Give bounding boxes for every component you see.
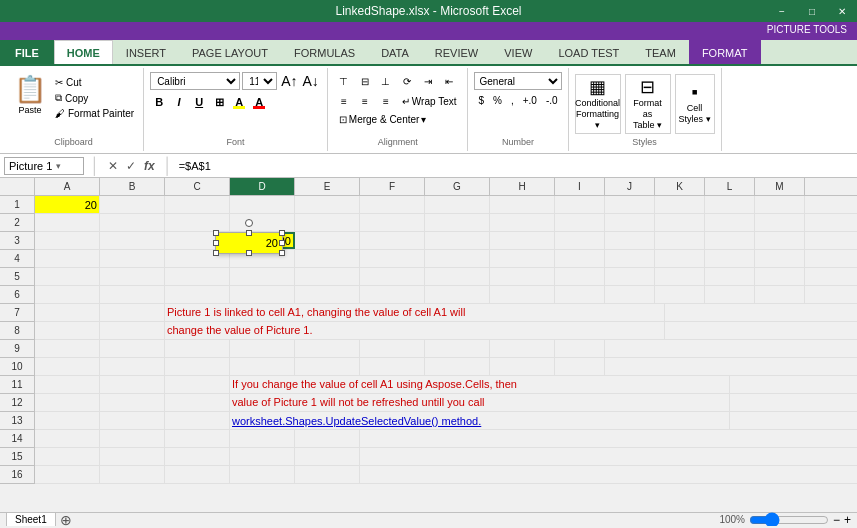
linked-shape[interactable]: 20	[215, 232, 283, 254]
cell-e2[interactable]	[295, 214, 360, 231]
cell-g10[interactable]	[425, 358, 490, 375]
row-num-7[interactable]: 7	[0, 304, 35, 322]
tab-file[interactable]: FILE	[0, 40, 54, 64]
cell-d5[interactable]	[230, 268, 295, 285]
cell-a5[interactable]	[35, 268, 100, 285]
cell-a13[interactable]	[35, 412, 100, 429]
cell-d14[interactable]	[230, 430, 295, 447]
cell-a15[interactable]	[35, 448, 100, 465]
cell-f9[interactable]	[360, 340, 425, 357]
row-num-8[interactable]: 8	[0, 322, 35, 340]
mid-align-button[interactable]: ⊟	[355, 72, 375, 90]
cell-g3[interactable]	[425, 232, 490, 249]
merge-center-button[interactable]: ⊡ Merge & Center ▾	[334, 112, 462, 127]
cell-j2[interactable]	[605, 214, 655, 231]
cell-b1[interactable]	[100, 196, 165, 213]
cell-i6[interactable]	[555, 286, 605, 303]
cell-f5[interactable]	[360, 268, 425, 285]
cell-a8[interactable]	[35, 322, 100, 339]
cell-e3[interactable]	[295, 232, 360, 249]
row-num-12[interactable]: 12	[0, 394, 35, 412]
cell-a1[interactable]: 20	[35, 196, 100, 213]
cancel-icon[interactable]: ✕	[106, 159, 120, 173]
cell-m2[interactable]	[755, 214, 805, 231]
cell-k3[interactable]	[655, 232, 705, 249]
cell-a7[interactable]	[35, 304, 100, 321]
cell-e5[interactable]	[295, 268, 360, 285]
cell-k4[interactable]	[655, 250, 705, 267]
decrease-font-icon[interactable]: A↓	[300, 73, 320, 89]
cell-j6[interactable]	[605, 286, 655, 303]
cell-b16[interactable]	[100, 466, 165, 483]
align-right-button[interactable]: ≡	[376, 92, 396, 110]
maximize-btn[interactable]: □	[797, 0, 827, 22]
tab-formulas[interactable]: FORMULAS	[281, 40, 368, 64]
cell-b7[interactable]	[100, 304, 165, 321]
cell-e10[interactable]	[295, 358, 360, 375]
cell-a3[interactable]	[35, 232, 100, 249]
cell-e1[interactable]	[295, 196, 360, 213]
cell-e14[interactable]	[295, 430, 360, 447]
tab-page-layout[interactable]: PAGE LAYOUT	[179, 40, 281, 64]
cell-c12[interactable]	[165, 394, 230, 411]
cell-a12[interactable]	[35, 394, 100, 411]
cell-h2[interactable]	[490, 214, 555, 231]
cell-c13[interactable]	[165, 412, 230, 429]
format-painter-button[interactable]: 🖌 Format Painter	[52, 107, 137, 120]
row-num-6[interactable]: 6	[0, 286, 35, 304]
cell-k2[interactable]	[655, 214, 705, 231]
cell-a2[interactable]	[35, 214, 100, 231]
tab-insert[interactable]: INSERT	[113, 40, 179, 64]
cell-i1[interactable]	[555, 196, 605, 213]
cell-d15[interactable]	[230, 448, 295, 465]
row-num-16[interactable]: 16	[0, 466, 35, 484]
annotation-row13-link[interactable]: worksheet.Shapes.UpdateSelectedValue() m…	[232, 415, 481, 427]
comma-button[interactable]: ,	[507, 93, 518, 108]
row-num-9[interactable]: 9	[0, 340, 35, 358]
col-header-k[interactable]: K	[655, 178, 705, 195]
cell-a11[interactable]	[35, 376, 100, 393]
cell-d10[interactable]	[230, 358, 295, 375]
cell-i2[interactable]	[555, 214, 605, 231]
cell-h6[interactable]	[490, 286, 555, 303]
col-header-g[interactable]: G	[425, 178, 490, 195]
dec-increase-button[interactable]: +.0	[519, 93, 541, 108]
cell-a16[interactable]	[35, 466, 100, 483]
cell-d12[interactable]: value of Picture 1 will not be refreshed…	[230, 394, 730, 411]
cell-e4[interactable]	[295, 250, 360, 267]
cell-a14[interactable]	[35, 430, 100, 447]
cell-k6[interactable]	[655, 286, 705, 303]
cell-a10[interactable]	[35, 358, 100, 375]
paste-button[interactable]: 📋 Paste	[10, 72, 50, 117]
cell-k5[interactable]	[655, 268, 705, 285]
cell-e9[interactable]	[295, 340, 360, 357]
cell-c5[interactable]	[165, 268, 230, 285]
cell-a6[interactable]	[35, 286, 100, 303]
cell-i3[interactable]	[555, 232, 605, 249]
sheet-tab[interactable]: Sheet1	[6, 512, 56, 526]
cell-j1[interactable]	[605, 196, 655, 213]
cell-h5[interactable]	[490, 268, 555, 285]
cell-h9[interactable]	[490, 340, 555, 357]
cell-b4[interactable]	[100, 250, 165, 267]
cell-l2[interactable]	[705, 214, 755, 231]
align-center-button[interactable]: ≡	[355, 92, 375, 110]
cell-h3[interactable]	[490, 232, 555, 249]
cell-b8[interactable]	[100, 322, 165, 339]
cell-h10[interactable]	[490, 358, 555, 375]
cell-b13[interactable]	[100, 412, 165, 429]
tab-home[interactable]: HOME	[54, 40, 113, 64]
tab-load-test[interactable]: LOAD TEST	[545, 40, 632, 64]
cell-l4[interactable]	[705, 250, 755, 267]
cell-f2[interactable]	[360, 214, 425, 231]
confirm-icon[interactable]: ✓	[124, 159, 138, 173]
cell-b6[interactable]	[100, 286, 165, 303]
cell-b10[interactable]	[100, 358, 165, 375]
name-box[interactable]: Picture 1 ▾	[4, 157, 84, 175]
zoom-in-icon[interactable]: +	[844, 513, 851, 527]
minimize-btn[interactable]: −	[767, 0, 797, 22]
dollar-button[interactable]: $	[474, 93, 488, 108]
cell-b11[interactable]	[100, 376, 165, 393]
cell-e6[interactable]	[295, 286, 360, 303]
cell-d11[interactable]: If you change the value of cell A1 using…	[230, 376, 730, 393]
